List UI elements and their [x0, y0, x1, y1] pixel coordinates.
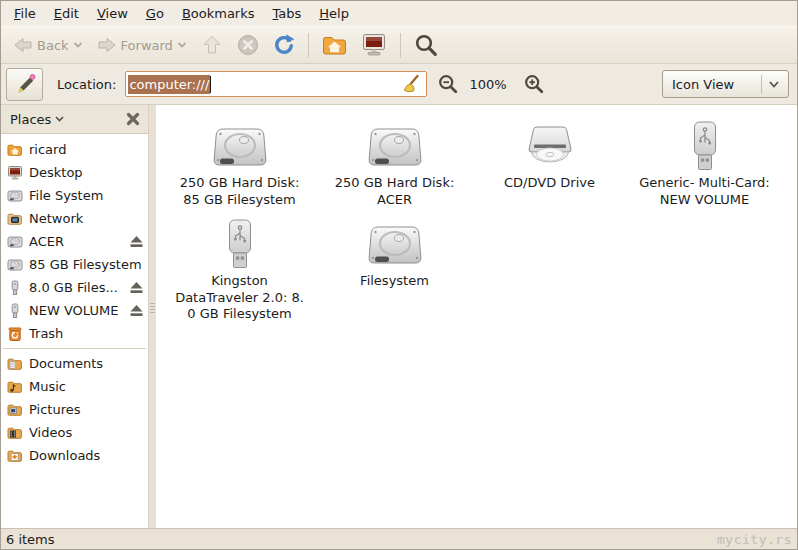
computer-button[interactable] — [354, 29, 394, 61]
file-item[interactable]: Generic- Multi-Card: NEW VOLUME — [627, 119, 782, 208]
usb-drive-icon — [7, 303, 23, 319]
folder-downloads-icon — [7, 448, 23, 464]
file-item-label: 250 GB Hard Disk: 85 GB Filesystem — [180, 175, 300, 208]
forward-arrow-icon — [96, 34, 118, 56]
sidebar-item-label: Trash — [29, 326, 144, 341]
stop-icon — [236, 33, 260, 57]
sidebar-header-label[interactable]: Places — [10, 112, 51, 127]
sidebar-item-desktop[interactable]: Desktop — [1, 161, 148, 184]
file-item-label: Filesystem — [360, 273, 429, 290]
file-item[interactable]: 250 GB Hard Disk: 85 GB Filesystem — [162, 119, 317, 208]
sidebar-header: Places — [1, 105, 148, 134]
stop-button[interactable] — [230, 30, 266, 60]
sidebar-item-acer[interactable]: ACER — [1, 230, 148, 253]
view-mode-select[interactable]: Icon View — [662, 70, 789, 98]
back-menu-chevron-icon[interactable] — [72, 41, 84, 49]
harddisk-large-icon — [211, 119, 269, 171]
harddisk-large-icon — [366, 217, 424, 269]
location-label: Location: — [57, 77, 116, 92]
clear-location-icon[interactable] — [401, 74, 421, 94]
toolbar-separator — [308, 33, 309, 58]
zoom-in-button[interactable] — [519, 69, 549, 99]
icon-view: 250 GB Hard Disk: 85 GB Filesystem250 GB… — [156, 105, 797, 528]
location-bar: Location: computer:/// 100% Icon View — [1, 64, 797, 105]
sidebar-item-file-system[interactable]: File System — [1, 184, 148, 207]
desktop-icon — [7, 165, 23, 181]
file-item[interactable]: Filesystem — [317, 217, 472, 323]
sidebar-item-label: ricard — [29, 142, 144, 157]
menubar: FileEditViewGoBookmarksTabsHelp — [1, 1, 797, 26]
menu-help[interactable]: Help — [310, 3, 358, 24]
chevron-down-icon[interactable] — [54, 115, 65, 123]
sidebar-item-videos[interactable]: Videos — [1, 421, 148, 444]
up-button[interactable] — [194, 30, 230, 60]
back-button[interactable]: Back — [6, 31, 90, 59]
sidebar-item-new-volume[interactable]: NEW VOLUME — [1, 299, 148, 322]
status-text: 6 items — [6, 532, 55, 547]
edit-location-button[interactable] — [6, 68, 43, 101]
status-bar: 6 items mycity.rs — [1, 528, 797, 549]
sidebar-item-network[interactable]: Network — [1, 207, 148, 230]
sidebar-item-downloads[interactable]: Downloads — [1, 444, 148, 467]
zoom-out-button[interactable] — [433, 69, 463, 99]
back-label: Back — [37, 38, 69, 53]
home-folder-icon — [7, 142, 23, 158]
sidebar-item-music[interactable]: Music — [1, 375, 148, 398]
sidebar-item-label: Pictures — [29, 402, 144, 417]
sidebar-item-label: ACER — [29, 234, 123, 249]
file-manager-window: FileEditViewGoBookmarksTabsHelp Back For… — [0, 0, 798, 550]
sidebar-item-label: Videos — [29, 425, 144, 440]
sidebar-item-pictures[interactable]: Pictures — [1, 398, 148, 421]
menu-view[interactable]: View — [88, 3, 137, 24]
file-item[interactable]: CD/DVD Drive — [472, 119, 627, 208]
zoom-level: 100% — [469, 77, 506, 92]
folder-documents-icon — [7, 356, 23, 372]
refresh-button[interactable] — [266, 30, 302, 60]
toolbar: Back Forward — [1, 26, 797, 64]
harddisk-large-icon — [366, 119, 424, 171]
sidebar-item-label: 85 GB Filesystem — [29, 257, 144, 272]
network-folder-icon — [7, 211, 23, 227]
forward-menu-chevron-icon[interactable] — [176, 41, 188, 49]
sidebar-item-85-gb-filesystem[interactable]: 85 GB Filesystem — [1, 253, 148, 276]
eject-icon[interactable] — [129, 235, 144, 248]
eject-icon[interactable] — [129, 281, 144, 294]
sidebar-item-label: Downloads — [29, 448, 144, 463]
menu-file[interactable]: File — [5, 3, 45, 24]
file-item[interactable]: Kingston DataTraveler 2.0: 8. 0 GB Files… — [162, 217, 317, 323]
sidebar-item-8-0-gb-files-[interactable]: 8.0 GB Files... — [1, 276, 148, 299]
usb-large-icon — [688, 119, 722, 171]
pane-splitter[interactable] — [149, 105, 156, 528]
places-sidebar: Places ricardDesktopFile SystemNetworkAC… — [1, 105, 149, 528]
forward-button[interactable]: Forward — [90, 31, 194, 59]
eject-icon[interactable] — [129, 304, 144, 317]
forward-label: Forward — [121, 38, 173, 53]
chevron-down-icon — [762, 80, 786, 89]
sidebar-item-trash[interactable]: Trash — [1, 322, 148, 345]
file-item-label: Kingston DataTraveler 2.0: 8. 0 GB Files… — [175, 273, 304, 323]
menu-tabs[interactable]: Tabs — [264, 3, 311, 24]
sidebar-item-label: 8.0 GB Files... — [29, 280, 123, 295]
sidebar-item-label: Documents — [29, 356, 144, 371]
location-input[interactable]: computer:/// — [125, 71, 427, 97]
menu-bookmarks[interactable]: Bookmarks — [173, 3, 264, 24]
harddisk-icon — [7, 188, 23, 204]
close-sidebar-icon[interactable] — [124, 110, 142, 128]
search-icon — [413, 32, 439, 58]
home-button[interactable] — [315, 29, 354, 61]
back-arrow-icon — [12, 34, 34, 56]
home-icon — [321, 32, 348, 58]
pencil-icon — [13, 72, 37, 96]
text-caret — [210, 76, 211, 93]
splitter-grip-icon — [150, 303, 155, 313]
file-item[interactable]: 250 GB Hard Disk: ACER — [317, 119, 472, 208]
sidebar-item-ricard[interactable]: ricard — [1, 138, 148, 161]
menu-edit[interactable]: Edit — [45, 3, 88, 24]
file-item-label: 250 GB Hard Disk: ACER — [335, 175, 455, 208]
sidebar-item-label: Music — [29, 379, 144, 394]
sidebar-item-documents[interactable]: Documents — [1, 352, 148, 375]
sidebar-item-label: Desktop — [29, 165, 144, 180]
sidebar-separator — [3, 348, 146, 349]
search-button[interactable] — [407, 29, 445, 61]
menu-go[interactable]: Go — [137, 3, 173, 24]
